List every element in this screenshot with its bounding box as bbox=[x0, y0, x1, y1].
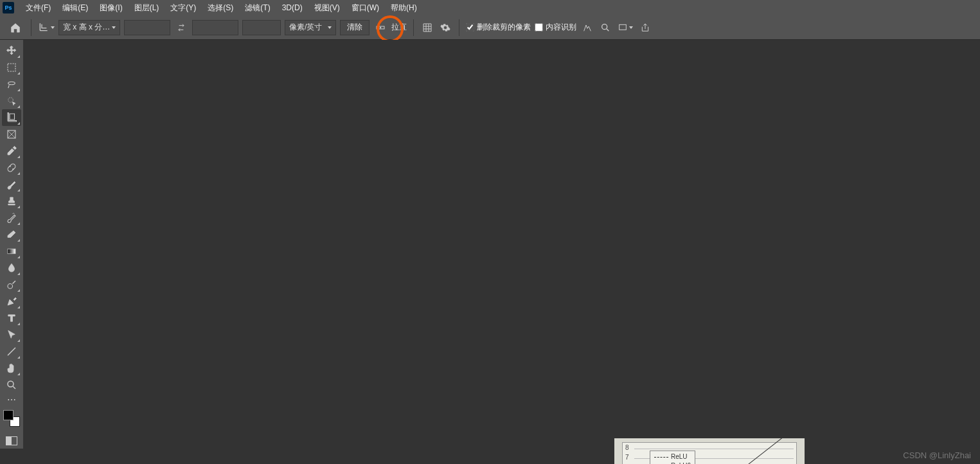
straighten-label: 拉直 bbox=[391, 22, 407, 33]
crop-height-input[interactable] bbox=[192, 20, 238, 35]
menu-type[interactable]: 文字(Y) bbox=[165, 1, 201, 15]
dodge-tool[interactable] bbox=[2, 276, 21, 293]
home-button[interactable] bbox=[6, 19, 24, 37]
menu-filter[interactable]: 滤镜(T) bbox=[240, 1, 275, 15]
crop-tool[interactable] bbox=[2, 109, 21, 126]
svg-point-11 bbox=[8, 284, 13, 289]
separator bbox=[413, 19, 414, 36]
move-tool[interactable] bbox=[2, 42, 21, 59]
legend-relu: ReLU bbox=[671, 452, 688, 461]
lasso-tool[interactable] bbox=[2, 76, 21, 93]
canvas-area[interactable]: 8 7 6 5 4 3 ReLU ReLU6 bbox=[23, 40, 980, 464]
marquee-tool[interactable] bbox=[2, 59, 21, 76]
delete-cropped-pixels-label: 删除裁剪的像素 bbox=[477, 22, 531, 33]
crop-width-input[interactable] bbox=[124, 20, 170, 35]
svg-rect-4 bbox=[8, 64, 15, 71]
chart-legend: ReLU ReLU6 bbox=[650, 451, 695, 464]
document-thumbnail[interactable]: 8 7 6 5 4 3 ReLU ReLU6 bbox=[614, 438, 805, 464]
clear-button[interactable]: 清除 bbox=[340, 20, 370, 35]
search-button[interactable] bbox=[598, 21, 612, 35]
level-icon bbox=[375, 22, 386, 33]
content-aware-input[interactable] bbox=[535, 23, 543, 31]
resolution-unit-dropdown[interactable]: 像素/英寸 bbox=[285, 20, 336, 35]
overlay-grid-button[interactable] bbox=[420, 21, 434, 35]
menu-edit[interactable]: 编辑(E) bbox=[57, 1, 93, 15]
svg-point-2 bbox=[602, 24, 607, 29]
hand-tool[interactable] bbox=[2, 360, 21, 377]
menu-layer[interactable]: 图层(L) bbox=[129, 1, 165, 15]
menu-file[interactable]: 文件(F) bbox=[21, 1, 56, 15]
home-icon bbox=[10, 22, 21, 33]
crop-tool-indicator[interactable] bbox=[38, 22, 55, 33]
share-icon bbox=[640, 22, 650, 33]
type-tool[interactable] bbox=[2, 310, 21, 326]
svg-rect-3 bbox=[619, 24, 627, 30]
straighten-icon-button[interactable] bbox=[373, 21, 388, 35]
resolution-unit-label: 像素/英寸 bbox=[289, 22, 322, 33]
gear-icon bbox=[440, 22, 450, 33]
options-bar: 宽 x 高 x 分… 像素/英寸 清除 拉直 删除裁剪的像素 内容识别 bbox=[0, 15, 980, 40]
chart-ytick: 8 bbox=[625, 444, 629, 451]
svg-point-1 bbox=[380, 27, 381, 28]
ratio-preset-label: 宽 x 高 x 分… bbox=[63, 22, 110, 33]
delete-cropped-pixels-input[interactable] bbox=[466, 23, 474, 31]
menu-3d[interactable]: 3D(D) bbox=[277, 2, 308, 13]
menu-window[interactable]: 窗口(W) bbox=[346, 1, 384, 15]
crop-icon bbox=[38, 22, 48, 33]
swap-dimensions-button[interactable] bbox=[174, 22, 188, 33]
svg-point-8 bbox=[10, 166, 11, 167]
quick-select-tool[interactable] bbox=[2, 93, 21, 109]
color-swatches[interactable] bbox=[2, 409, 21, 428]
chart-ytick: 7 bbox=[625, 454, 629, 461]
watermark: CSDN @LinlyZhai bbox=[903, 451, 971, 460]
content-aware-checkbox[interactable]: 内容识别 bbox=[535, 22, 576, 33]
blur-tool[interactable] bbox=[2, 260, 21, 276]
search-icon bbox=[600, 22, 610, 33]
content-aware-label: 内容识别 bbox=[546, 22, 576, 33]
svg-point-9 bbox=[13, 169, 14, 170]
eyedropper-tool[interactable] bbox=[2, 143, 21, 159]
edit-toolbar-button[interactable]: ⋯ bbox=[7, 393, 16, 406]
eraser-tool[interactable] bbox=[2, 226, 21, 243]
reset-icon bbox=[582, 22, 592, 33]
swap-icon bbox=[176, 22, 186, 33]
chevron-down-icon bbox=[51, 26, 55, 29]
history-brush-tool[interactable] bbox=[2, 210, 21, 226]
screen-mode-dropdown[interactable] bbox=[616, 21, 634, 35]
zoom-tool[interactable] bbox=[2, 377, 21, 393]
brush-tool[interactable] bbox=[2, 176, 21, 193]
crop-resolution-input[interactable] bbox=[242, 20, 281, 35]
menu-image[interactable]: 图像(I) bbox=[94, 1, 127, 15]
menu-help[interactable]: 帮助(H) bbox=[386, 1, 422, 15]
chart-line-relu bbox=[700, 438, 787, 464]
gradient-tool[interactable] bbox=[2, 243, 21, 260]
svg-rect-7 bbox=[7, 163, 17, 173]
ratio-preset-dropdown[interactable]: 宽 x 高 x 分… bbox=[58, 20, 120, 35]
stamp-tool[interactable] bbox=[2, 193, 21, 210]
separator bbox=[459, 19, 459, 36]
heal-tool[interactable] bbox=[2, 159, 21, 176]
crop-options-button[interactable] bbox=[438, 21, 452, 35]
chart-plot-area: 8 7 6 5 4 3 ReLU ReLU6 bbox=[622, 442, 797, 464]
tools-panel: ⋯ bbox=[0, 40, 23, 449]
pen-tool[interactable] bbox=[2, 293, 21, 310]
menu-bar: Ps 文件(F) 编辑(E) 图像(I) 图层(L) 文字(Y) 选择(S) 滤… bbox=[0, 0, 980, 15]
reset-crop-button[interactable] bbox=[580, 21, 594, 35]
menu-view[interactable]: 视图(V) bbox=[309, 1, 345, 15]
path-select-tool[interactable] bbox=[2, 326, 21, 343]
separator bbox=[31, 19, 31, 36]
foreground-color-swatch[interactable] bbox=[3, 410, 13, 420]
delete-cropped-pixels-checkbox[interactable]: 删除裁剪的像素 bbox=[466, 22, 531, 33]
svg-point-12 bbox=[8, 381, 13, 387]
frame-tool[interactable] bbox=[2, 126, 21, 143]
svg-rect-10 bbox=[8, 249, 15, 254]
chevron-down-icon bbox=[112, 26, 116, 29]
menu-select[interactable]: 选择(S) bbox=[202, 1, 238, 15]
app-logo: Ps bbox=[3, 2, 14, 13]
share-button[interactable] bbox=[638, 21, 652, 35]
legend-relu6: ReLU6 bbox=[671, 461, 691, 464]
line-tool[interactable] bbox=[2, 343, 21, 360]
chevron-down-icon bbox=[629, 26, 633, 29]
clear-button-label: 清除 bbox=[347, 22, 362, 33]
quick-mask-toggle[interactable] bbox=[2, 433, 21, 449]
